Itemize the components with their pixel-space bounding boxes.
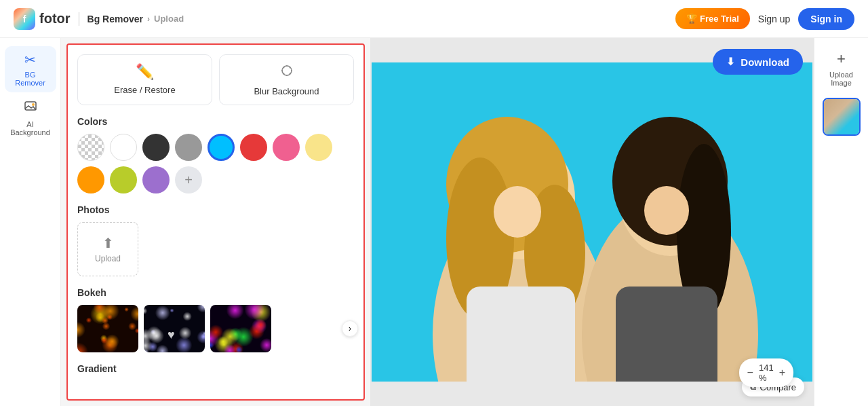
erase-restore-card[interactable]: ✏️ Erase / Restore: [77, 54, 212, 105]
svg-rect-23: [467, 287, 575, 382]
svg-point-21: [494, 186, 541, 238]
color-swatch-white[interactable]: [110, 134, 137, 161]
color-swatch-cyan[interactable]: [208, 134, 235, 161]
svg-point-8: [289, 73, 290, 75]
colors-section: Colors +: [77, 116, 354, 193]
main-layout: ✂ BGRemover AIBackground ✏️ Erase / Rest…: [0, 38, 868, 406]
zoom-out-button[interactable]: −: [747, 367, 753, 379]
bokeh-grid: ›: [77, 305, 354, 352]
photos-section: Photos ⬆ Upload: [77, 204, 354, 276]
download-icon: ⬇: [726, 56, 735, 68]
logo-text: fotor: [39, 11, 71, 26]
color-swatch-yellow[interactable]: [305, 134, 332, 161]
zoom-value: 141 %: [759, 363, 774, 383]
color-swatch-red[interactable]: [240, 134, 267, 161]
svg-point-9: [289, 67, 290, 69]
bg-remover-label: BGRemover: [15, 71, 45, 87]
color-swatch-black[interactable]: [142, 134, 170, 161]
ai-background-icon: [24, 100, 37, 117]
svg-point-22: [644, 186, 689, 235]
svg-rect-24: [616, 287, 717, 382]
sidebar-right: + UploadImage: [814, 38, 868, 406]
sidebar-item-bg-remover[interactable]: ✂ BGRemover: [5, 46, 56, 92]
download-button[interactable]: ⬇ Download: [713, 49, 803, 75]
breadcrumb: Bg Remover › Upload: [87, 14, 184, 24]
logo-icon: f: [14, 8, 35, 30]
logo: f fotor: [14, 8, 71, 30]
sidebar-left: ✂ BGRemover AIBackground: [0, 38, 61, 406]
thumbnail-image[interactable]: [823, 98, 861, 136]
panel: ✏️ Erase / Restore: [66, 43, 365, 401]
bokeh-item-3[interactable]: [210, 305, 271, 352]
breadcrumb-sep: ›: [147, 14, 150, 24]
upload-image-label: UploadImage: [829, 71, 853, 87]
zoom-in-button[interactable]: +: [779, 367, 785, 379]
canvas-area: ⬇ Download − 141 % + ⧉ Compare: [370, 38, 814, 406]
panel-tools: ✏️ Erase / Restore: [77, 54, 354, 105]
zoom-controls: − 141 % +: [739, 358, 793, 387]
blur-background-card[interactable]: Blur Background: [219, 54, 354, 105]
photo-upload-card[interactable]: ⬆ Upload: [77, 222, 138, 276]
upload-image-button[interactable]: + UploadImage: [825, 46, 857, 91]
bokeh-item-2[interactable]: [144, 305, 205, 352]
erase-restore-icon: ✏️: [136, 63, 154, 81]
header: f fotor Bg Remover › Upload 🏆 Free Trial…: [0, 0, 868, 38]
upload-image-icon: +: [837, 50, 846, 68]
gradient-title: Gradient: [77, 363, 354, 374]
ai-background-label: AIBackground: [10, 120, 50, 136]
header-divider: [79, 12, 79, 26]
color-swatch-purple[interactable]: [142, 166, 170, 193]
gradient-section: Gradient: [77, 363, 354, 374]
bokeh-next-button[interactable]: ›: [342, 320, 358, 337]
erase-restore-label: Erase / Restore: [114, 85, 175, 95]
photos-title: Photos: [77, 204, 354, 215]
colors-title: Colors: [77, 116, 354, 127]
color-swatch-transparent[interactable]: [77, 134, 104, 161]
header-right: 🏆 Free Trial Sign up Sign in: [675, 8, 854, 30]
color-swatch-orange[interactable]: [77, 166, 104, 193]
color-swatch-lime[interactable]: [110, 166, 137, 193]
bg-remover-icon: ✂: [24, 52, 36, 68]
app-name: Bg Remover: [87, 14, 143, 24]
blur-background-icon: [279, 63, 294, 82]
svg-point-7: [283, 67, 284, 69]
color-add-button[interactable]: +: [175, 166, 202, 193]
color-swatch-pink[interactable]: [273, 134, 300, 161]
upload-label: Upload: [95, 254, 121, 263]
color-grid: +: [77, 134, 354, 193]
upload-icon: ⬆: [102, 235, 114, 251]
svg-point-1: [32, 103, 35, 106]
free-trial-button[interactable]: 🏆 Free Trial: [675, 8, 749, 29]
signin-button[interactable]: Sign in: [798, 8, 854, 30]
svg-point-3: [286, 65, 288, 67]
signup-button[interactable]: Sign up: [758, 14, 790, 24]
breadcrumb-upload: Upload: [154, 14, 184, 24]
color-swatch-gray[interactable]: [175, 134, 202, 161]
svg-point-4: [286, 75, 288, 76]
download-label: Download: [741, 56, 789, 68]
svg-point-6: [291, 70, 292, 71]
bokeh-title: Bokeh: [77, 287, 354, 298]
svg-point-10: [283, 73, 284, 75]
svg-point-5: [281, 70, 283, 71]
bokeh-item-1[interactable]: [77, 305, 138, 352]
main-canvas-image: [372, 62, 812, 382]
bokeh-section: Bokeh ›: [77, 287, 354, 352]
sidebar-item-ai-background[interactable]: AIBackground: [5, 95, 56, 142]
thumbnail-preview: [824, 99, 859, 134]
blur-background-label: Blur Background: [254, 86, 319, 96]
header-left: f fotor Bg Remover › Upload: [14, 8, 184, 30]
